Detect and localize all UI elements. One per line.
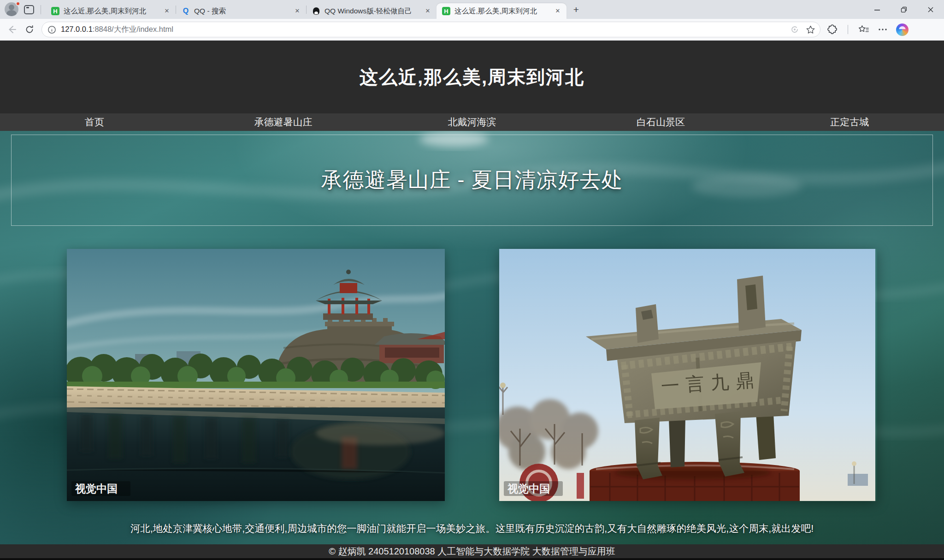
url-path: :8848/大作业/index.html bbox=[93, 25, 173, 33]
site-header: 这么近,那么美,周末到河北 bbox=[0, 41, 944, 113]
address-bar-actions bbox=[790, 25, 815, 35]
new-tab-button[interactable]: + bbox=[569, 3, 583, 17]
nav-chengde[interactable]: 承德避暑山庄 bbox=[189, 113, 378, 131]
tab-title: 这么近,那么美,周末到河北 bbox=[64, 6, 159, 16]
bronze-ding-photo: 一言九鼎 视觉中国 bbox=[499, 249, 877, 501]
qq-penguin-icon bbox=[312, 7, 320, 15]
watermark-text: 视觉中国 bbox=[75, 483, 118, 495]
nav-zhengding[interactable]: 正定古城 bbox=[755, 113, 944, 131]
tab-title: QQ - 搜索 bbox=[194, 6, 289, 16]
watermark-text: 视觉中国 bbox=[507, 483, 550, 495]
tab-close-icon[interactable]: ✕ bbox=[293, 7, 301, 15]
tab-title: 这么近,那么美,周末到河北 bbox=[454, 6, 549, 16]
site-info-icon[interactable] bbox=[47, 25, 56, 34]
intro-paragraph: 河北,地处京津冀核心地带,交通便利,周边城市的您一脚油门就能开启一场美妙之旅。这… bbox=[0, 522, 944, 535]
tab-close-icon[interactable]: ✕ bbox=[554, 7, 562, 15]
hero-heading: 承德避暑山庄 - 夏日清凉好去处 bbox=[321, 166, 623, 195]
tab-close-icon[interactable]: ✕ bbox=[424, 7, 432, 15]
favorites-hub-icon[interactable] bbox=[858, 24, 869, 35]
browser-window: H 这么近,那么美,周末到河北 ✕ Q QQ - 搜索 ✕ QQ Windows… bbox=[0, 0, 944, 560]
tabs: H 这么近,那么美,周末到河北 ✕ Q QQ - 搜索 ✕ QQ Windows… bbox=[46, 0, 583, 19]
nav-home[interactable]: 首页 bbox=[0, 113, 189, 131]
url-text: 127.0.0.1:8848/大作业/index.html bbox=[61, 24, 785, 35]
hbuilder-icon: H bbox=[442, 7, 450, 15]
copilot-icon[interactable] bbox=[896, 24, 909, 36]
site-title: 这么近,那么美,周末到河北 bbox=[360, 65, 584, 90]
settings-more-icon[interactable] bbox=[878, 24, 888, 35]
nav-baishishan[interactable]: 白石山景区 bbox=[566, 113, 755, 131]
toolbar-right bbox=[827, 24, 910, 36]
address-bar[interactable]: 127.0.0.1:8848/大作业/index.html bbox=[41, 22, 820, 37]
search-q-icon: Q bbox=[182, 7, 190, 15]
page-translate-icon[interactable] bbox=[790, 25, 799, 34]
tab-hebei-2-active[interactable]: H 这么近,那么美,周末到河北 ✕ bbox=[437, 3, 566, 19]
notification-dot bbox=[16, 1, 20, 6]
minimize-button[interactable] bbox=[864, 0, 891, 19]
favorite-star-icon[interactable] bbox=[806, 25, 815, 35]
webpage: 这么近,那么美,周末到河北 首页 承德避暑山庄 北戴河海滨 白石山景区 正定古城… bbox=[0, 41, 944, 560]
chengde-fortress-photo: 视觉中国 bbox=[67, 249, 445, 501]
window-controls bbox=[864, 0, 944, 19]
tab-close-icon[interactable]: ✕ bbox=[163, 7, 171, 15]
main-nav: 首页 承德避暑山庄 北戴河海滨 白石山景区 正定古城 bbox=[0, 113, 944, 131]
tab-title: QQ Windows版-轻松做自己 bbox=[324, 6, 419, 16]
tab-qq-search[interactable]: Q QQ - 搜索 ✕ bbox=[176, 3, 306, 19]
tab-actions-icon[interactable] bbox=[24, 5, 34, 14]
photo-row: 视觉中国 bbox=[0, 249, 944, 501]
url-host: 127.0.0.1 bbox=[61, 25, 93, 33]
extensions-icon[interactable] bbox=[827, 24, 838, 35]
close-window-button[interactable] bbox=[917, 0, 944, 19]
nav-beidaihe[interactable]: 北戴河海滨 bbox=[378, 113, 566, 131]
hero-section: 承德避暑山庄 - 夏日清凉好去处 bbox=[0, 131, 944, 544]
site-footer: © 赵炳凯 2405120108038 人工智能与大数据学院 大数据管理与应用班 bbox=[0, 544, 944, 560]
footer-text: © 赵炳凯 2405120108038 人工智能与大数据学院 大数据管理与应用班 bbox=[329, 545, 615, 558]
tab-strip: H 这么近,那么美,周末到河北 ✕ Q QQ - 搜索 ✕ QQ Windows… bbox=[0, 0, 944, 19]
divider bbox=[41, 5, 41, 14]
tabbar-left bbox=[5, 0, 46, 19]
tab-qq-windows[interactable]: QQ Windows版-轻松做自己 ✕ bbox=[307, 3, 437, 19]
divider bbox=[848, 25, 848, 34]
hero-title-box: 承德避暑山庄 - 夏日清凉好去处 bbox=[11, 135, 933, 226]
back-button[interactable] bbox=[6, 24, 18, 35]
refresh-button[interactable] bbox=[24, 24, 35, 35]
toolbar: 127.0.0.1:8848/大作业/index.html bbox=[0, 19, 944, 41]
tab-hebei-1[interactable]: H 这么近,那么美,周末到河北 ✕ bbox=[46, 3, 176, 19]
profile-button[interactable] bbox=[5, 2, 19, 17]
hbuilder-icon: H bbox=[51, 7, 59, 15]
restore-button[interactable] bbox=[891, 0, 917, 19]
